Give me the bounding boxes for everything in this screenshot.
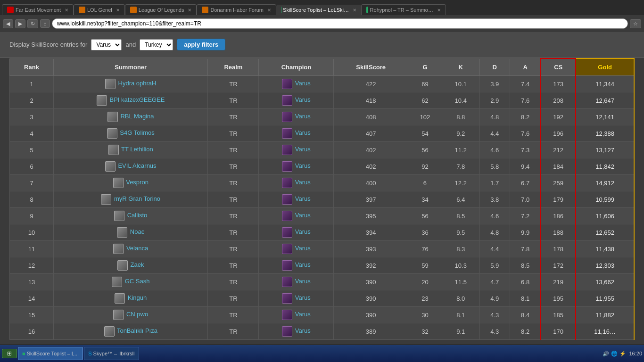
cell-rank: 7	[10, 175, 54, 191]
taskbar-item-skillscore[interactable]: ■ SkillScore Toplist – L...	[18, 347, 83, 360]
tab-far-east-movement[interactable]: Far East Movement ✕	[2, 4, 74, 15]
cell-gold: 12,141	[576, 109, 634, 125]
champion-link[interactable]: Varus	[295, 294, 311, 301]
champion-link[interactable]: Varus	[295, 261, 311, 268]
cell-a: 6.8	[510, 274, 541, 290]
summoner-link[interactable]: Noac	[130, 228, 144, 235]
cell-a: 7.2	[510, 208, 541, 224]
cell-gold: 12,388	[576, 125, 634, 142]
cell-a: 9.4	[510, 158, 541, 175]
champion-link[interactable]: Varus	[295, 179, 311, 186]
summoner-icon	[107, 112, 118, 122]
cell-a: 8.1	[510, 290, 541, 307]
summoner-link[interactable]: Kinguh	[128, 294, 147, 301]
cell-skillscore: 395	[334, 208, 408, 224]
champion-link[interactable]: Varus	[295, 96, 311, 103]
tray-icon-1: 🔊	[603, 351, 609, 357]
realm-select[interactable]: Turkey	[140, 39, 173, 50]
champion-link[interactable]: Varus	[295, 327, 311, 334]
champion-link[interactable]: Varus	[295, 311, 311, 318]
cell-cs: 259	[541, 175, 576, 191]
apply-filters-button[interactable]: apply filters	[177, 39, 225, 50]
champion-link[interactable]: Varus	[295, 80, 311, 87]
summoner-link[interactable]: RBL Magina	[120, 113, 154, 120]
taskbar-item-skype-label: Skype™ – llbrkrsll	[93, 351, 134, 356]
home-button[interactable]: ⌂	[40, 19, 50, 28]
cell-g: 36	[408, 224, 442, 241]
cell-k: 8.5	[442, 208, 480, 224]
taskbar-item-skype[interactable]: S Skype™ – llbrkrsll	[84, 347, 139, 360]
tab-lol-genel[interactable]: LOL Genel ✕	[74, 4, 125, 15]
tab-close-4[interactable]: ✕	[267, 8, 271, 13]
summoner-link[interactable]: TonBalıklı Pıza	[117, 327, 157, 334]
summoner-icon	[108, 145, 119, 155]
champion-link[interactable]: Varus	[295, 278, 311, 285]
cell-realm: TR	[208, 125, 259, 142]
summoner-link[interactable]: BPI katzexGEEGEE	[110, 96, 165, 103]
tab-close-1[interactable]: ✕	[65, 8, 68, 13]
summoner-link[interactable]: myR Gran Torino	[114, 195, 160, 202]
cell-a: 8.5	[510, 257, 541, 274]
bookmark-button[interactable]: ☆	[630, 19, 641, 28]
summoner-link[interactable]: Velanca	[126, 245, 148, 252]
tab-league-of-legends[interactable]: League Of Legends ✕	[125, 4, 197, 15]
summoner-link[interactable]: GC Sash	[125, 278, 150, 285]
champion-link[interactable]: Varus	[295, 113, 311, 120]
back-button[interactable]: ◀	[3, 19, 13, 28]
champion-icon	[282, 145, 292, 155]
col-header-gold: Gold	[576, 58, 634, 76]
cell-skillscore: 393	[334, 241, 408, 257]
table-row: 12 Zaek TR Varus 392 59 10.3 5.9 8.5 172…	[10, 257, 635, 274]
cell-realm: TR	[208, 307, 259, 323]
reload-button[interactable]: ↻	[27, 19, 38, 28]
cell-summoner: Vespron	[54, 175, 208, 191]
cell-d: 3.9	[479, 76, 510, 92]
summoner-link[interactable]: Hydra ophraH	[118, 80, 157, 87]
cell-realm: TR	[208, 175, 259, 191]
address-bar[interactable]	[52, 18, 628, 29]
champion-link[interactable]: Varus	[295, 129, 311, 136]
table-row: 16 TonBalıklı Pıza TR Varus 389 32 9.1 4…	[10, 323, 635, 340]
summoner-link[interactable]: S4G Tolimos	[120, 129, 154, 136]
cell-realm: TR	[208, 290, 259, 307]
champion-link[interactable]: Varus	[295, 146, 311, 153]
summoner-link[interactable]: Callisto	[127, 212, 148, 219]
cell-k: 12.2	[442, 175, 480, 191]
cell-a: 6.7	[510, 175, 541, 191]
cell-gold: 13,662	[576, 274, 634, 290]
cell-champion: Varus	[259, 125, 334, 142]
champion-link[interactable]: Varus	[295, 228, 311, 235]
tab-close-2[interactable]: ✕	[116, 8, 120, 13]
tab-close-6[interactable]: ✕	[437, 8, 441, 13]
tab-close-5[interactable]: ✕	[353, 8, 356, 13]
col-header-skillscore: SkillScore	[334, 58, 408, 76]
cell-k: 10.3	[442, 257, 480, 274]
tab-donanim[interactable]: Donanım Haber Forum ✕	[197, 4, 276, 15]
summoner-link[interactable]: Zaek	[131, 261, 144, 268]
tab-rohypnol[interactable]: Rohypnol – TR – Summo… ✕	[361, 4, 446, 15]
cell-gold: 12,303	[576, 257, 634, 274]
cell-skillscore: 397	[334, 191, 408, 208]
cell-d: 4.4	[479, 125, 510, 142]
champion-link[interactable]: Varus	[295, 195, 311, 202]
champion-select[interactable]: Varus	[91, 39, 122, 50]
cell-gold: 11,16…	[576, 323, 634, 340]
cell-realm: TR	[208, 191, 259, 208]
champion-link[interactable]: Varus	[295, 162, 311, 169]
cell-d: 1.7	[479, 175, 510, 191]
tab-close-3[interactable]: ✕	[188, 8, 191, 13]
tab-label-2: LOL Genel	[87, 7, 112, 13]
tab-skillscore-toplist[interactable]: SkillScore Toplist – LoLSki… ✕	[276, 5, 361, 15]
forward-button[interactable]: ▶	[15, 19, 25, 28]
start-button[interactable]: ⊞	[2, 349, 17, 358]
cell-champion: Varus	[259, 208, 334, 224]
cell-rank: 9	[10, 208, 54, 224]
champion-link[interactable]: Varus	[295, 212, 311, 219]
summoner-link[interactable]: TT Lethilion	[121, 146, 153, 153]
summoner-link[interactable]: EVIL Alcarnus	[118, 162, 156, 169]
summoner-link[interactable]: CN pwo	[126, 311, 148, 318]
cell-realm: TR	[208, 142, 259, 158]
summoner-link[interactable]: Vespron	[126, 179, 149, 186]
cell-d: 4.7	[479, 274, 510, 290]
champion-link[interactable]: Varus	[295, 245, 311, 252]
